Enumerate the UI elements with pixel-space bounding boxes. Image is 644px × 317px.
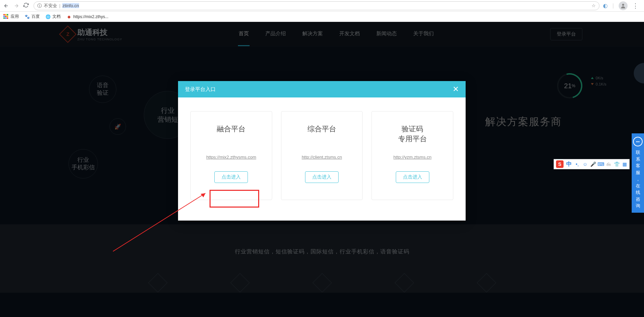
url-text: ztinfo.cn bbox=[62, 3, 79, 8]
login-platform-modal: 登录平台入口 ✕ 融合平台 https://mix2.zthysms.com 点… bbox=[178, 81, 466, 221]
ime-lang[interactable]: 中 bbox=[566, 161, 572, 168]
ime-punct-icon[interactable]: •, bbox=[574, 161, 580, 167]
modal-title: 登录平台入口 bbox=[185, 86, 216, 93]
forward-button[interactable] bbox=[13, 2, 20, 9]
chat-widget[interactable]: ••• 联系客服，在线咨询 bbox=[632, 133, 644, 213]
info-icon: ⓘ bbox=[37, 3, 42, 9]
apps-grid-icon bbox=[3, 14, 9, 19]
back-button[interactable] bbox=[3, 2, 10, 9]
ime-tool-icon[interactable]: 🖮 bbox=[606, 161, 611, 167]
ime-toolbar[interactable]: S 中 •, ☺ 🎤 ⌨ 🖮 👕 ▦ bbox=[554, 159, 630, 169]
globe-icon: 🌐 bbox=[45, 14, 51, 19]
baidu-bookmark[interactable]: 🐾百度 bbox=[24, 14, 40, 19]
address-bar[interactable]: ⓘ 不安全 | ztinfo.cn ☆ bbox=[34, 1, 599, 10]
modal-close-button[interactable]: ✕ bbox=[453, 85, 459, 94]
ime-grid-icon[interactable]: ▦ bbox=[622, 161, 627, 167]
svg-point-0 bbox=[622, 4, 624, 6]
menu-icon[interactable]: ⋮ bbox=[632, 2, 639, 10]
ime-emoji-icon[interactable]: ☺ bbox=[582, 161, 588, 167]
reload-button[interactable] bbox=[23, 2, 30, 9]
card-title: 融合平台 bbox=[217, 124, 245, 145]
enter-button-comprehensive[interactable]: 点击进入 bbox=[305, 171, 339, 183]
ime-shirt-icon[interactable]: 👕 bbox=[614, 161, 619, 167]
site-icon: ◆ bbox=[66, 14, 72, 19]
enter-button-verification[interactable]: 点击进入 bbox=[396, 171, 429, 183]
chat-icon: ••• bbox=[633, 137, 643, 146]
card-url-link[interactable]: http://yzm.ztsms.cn bbox=[393, 155, 431, 160]
bookmarks-bar: 应用 🐾百度 🌐文档 ◆https://mix2.zthys... bbox=[0, 12, 644, 22]
insecure-label: 不安全 bbox=[44, 3, 57, 9]
card-url-link[interactable]: https://mix2.zthysms.com bbox=[206, 155, 256, 160]
profile-avatar[interactable] bbox=[619, 1, 628, 10]
browser-toolbar: ⓘ 不安全 | ztinfo.cn ☆ ◐ | ⋮ bbox=[0, 0, 644, 12]
docs-bookmark[interactable]: 🌐文档 bbox=[45, 14, 61, 19]
platform-card-comprehensive: 综合平台 http://client.ztsms.cn 点击进入 bbox=[281, 111, 363, 200]
sogou-logo-icon: S bbox=[556, 160, 564, 168]
baidu-icon: 🐾 bbox=[24, 14, 30, 19]
extension-icon[interactable]: ◐ bbox=[603, 2, 608, 9]
card-url-link[interactable]: http://client.ztsms.cn bbox=[302, 155, 342, 160]
apps-bookmark[interactable]: 应用 bbox=[3, 14, 19, 19]
bookmark-star-icon[interactable]: ☆ bbox=[592, 3, 596, 8]
ime-keyboard-icon[interactable]: ⌨ bbox=[598, 161, 604, 167]
platform-card-verification: 验证码 专用平台 http://yzm.ztsms.cn 点击进入 bbox=[371, 111, 453, 200]
chat-label: 联系客服，在线咨询 bbox=[632, 149, 644, 209]
card-title: 验证码 专用平台 bbox=[398, 124, 427, 145]
card-title: 综合平台 bbox=[307, 124, 336, 145]
platform-card-fusion: 融合平台 https://mix2.zthysms.com 点击进入 bbox=[190, 111, 272, 200]
mix2-bookmark[interactable]: ◆https://mix2.zthys... bbox=[66, 14, 109, 19]
enter-button-fusion[interactable]: 点击进入 bbox=[214, 171, 248, 183]
modal-header: 登录平台入口 ✕ bbox=[178, 81, 466, 97]
ime-mic-icon[interactable]: 🎤 bbox=[590, 161, 596, 167]
